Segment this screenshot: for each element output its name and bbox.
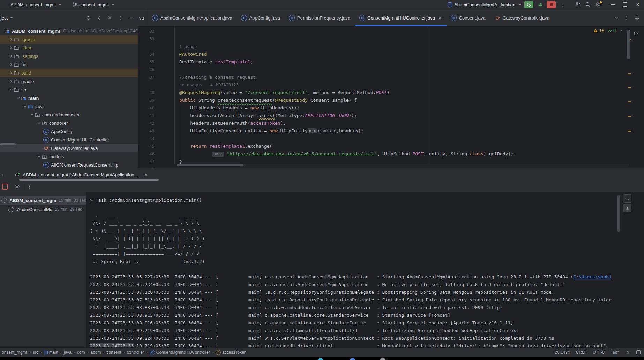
- breadcrumb-item[interactable]: src: [32, 350, 39, 355]
- gradle-task-row[interactable]: :AbdmConsentMg15 min, 29 sec: [0, 205, 86, 214]
- tree-row[interactable]: main: [0, 94, 138, 102]
- tab-list-chevron-button[interactable]: [613, 15, 619, 21]
- chevron-down-icon[interactable]: [36, 121, 42, 125]
- editor-horizontal-scrollbar-thumb[interactable]: [177, 164, 243, 166]
- chevron-down-icon[interactable]: [8, 87, 14, 92]
- breadcrumb-item[interactable]: CConsentMgmntHIUController: [149, 350, 211, 355]
- chevron-right-icon[interactable]: [8, 79, 14, 84]
- search-everywhere-button[interactable]: [583, 0, 593, 9]
- breadcrumb-item[interactable]: main: [43, 350, 59, 355]
- tree-row[interactable]: src: [0, 85, 138, 94]
- more-actions-button[interactable]: [557, 0, 567, 9]
- chevron-right-icon[interactable]: [8, 62, 14, 67]
- project-panel-title[interactable]: ject: [1, 15, 13, 21]
- rerun-button[interactable]: [524, 1, 533, 8]
- url-link[interactable]: "https://dev.abdm.gov.in/cm/v0.5/consent…: [227, 151, 377, 156]
- error-stripe-mark[interactable]: [628, 101, 631, 102]
- scroll-to-end-button[interactable]: [623, 204, 631, 212]
- breadcrumb-item[interactable]: onsent_mgmt: [1, 350, 28, 355]
- expand-collapse-button[interactable]: [96, 15, 102, 21]
- chevron-down-icon[interactable]: [22, 104, 28, 109]
- window-close-button[interactable]: ✕: [631, 0, 644, 9]
- run-tab[interactable]: ABDM_consent_mgmt [:AbdmConsentMgmtAppli…: [12, 172, 151, 177]
- tree-row[interactable]: CConsentMgmntHIUController: [0, 136, 138, 144]
- select-opened-file-button[interactable]: [85, 15, 91, 21]
- window-maximize-button[interactable]: [619, 0, 631, 9]
- tree-row[interactable]: com.abdm.consent: [0, 110, 138, 119]
- taskbar-app-icon[interactable]: [350, 358, 355, 360]
- debug-button[interactable]: [536, 1, 545, 8]
- tree-row[interactable]: ABDM_consent_mgmtC:\Users\shahi\OneDrive…: [0, 27, 138, 35]
- run-configuration-selector[interactable]: AbdmConsentMgmtA...lication: [445, 2, 523, 7]
- tree-row[interactable]: controller: [0, 119, 138, 127]
- chevron-right-icon[interactable]: [8, 37, 14, 42]
- close-icon[interactable]: ✕: [438, 15, 442, 21]
- hide-panel-button[interactable]: [129, 15, 134, 21]
- tree-row[interactable]: java: [0, 102, 138, 110]
- tab-options-button[interactable]: [624, 15, 629, 21]
- tree-row[interactable]: CAllOfConsentRequestConsentHip: [0, 161, 138, 168]
- window-minimize-button[interactable]: [606, 0, 619, 9]
- editor-tab[interactable]: CConsentMgmntHIUController.java✕: [355, 9, 447, 26]
- indent-style[interactable]: Tab*: [611, 350, 619, 355]
- taskbar-app-icon[interactable]: [380, 358, 386, 360]
- editor-tab[interactable]: CConsent.java: [447, 9, 490, 26]
- tree-row[interactable]: CAppConfig: [0, 127, 138, 136]
- chevron-down-icon[interactable]: [36, 154, 42, 159]
- log-file-link[interactable]: C:\Users\shahi: [573, 274, 612, 279]
- tree-row[interactable]: .idea: [0, 44, 138, 52]
- branch-selector[interactable]: consent_mgmt: [69, 0, 117, 9]
- layout-widget-icon[interactable]: [636, 350, 641, 354]
- notifications-bell-button[interactable]: [634, 15, 640, 21]
- chevron-right-icon[interactable]: [8, 54, 14, 59]
- error-stripe-mark[interactable]: [628, 116, 631, 117]
- file-encoding[interactable]: UTF-8: [593, 350, 605, 355]
- run-tabs-scrollbar-thumb[interactable]: [19, 179, 159, 181]
- taskbar-app-icon[interactable]: [317, 358, 323, 360]
- project-selector[interactable]: ABDM_consent_mgmt: [8, 0, 64, 9]
- editor-vertical-scrollbar-thumb[interactable]: [627, 30, 630, 59]
- run-panel-options-button[interactable]: [27, 184, 32, 189]
- project-tree-scrollbar-thumb[interactable]: [0, 143, 16, 145]
- tree-row[interactable]: models: [0, 152, 138, 161]
- run-console[interactable]: > Task :AbdmConsentMgmtApplication.main(…: [87, 192, 644, 347]
- editor-tab[interactable]: CAbdmConsentMgmtApplication.java: [148, 9, 237, 26]
- breadcrumb-item[interactable]: consent: [105, 350, 122, 355]
- chevron-right-icon[interactable]: [8, 70, 14, 75]
- tree-row[interactable]: .settings: [0, 52, 138, 60]
- close-icon[interactable]: ✕: [144, 172, 148, 177]
- tree-row[interactable]: .gradle: [0, 35, 138, 44]
- caret-position[interactable]: 20:1494: [555, 350, 570, 355]
- gradle-tool-window-icon[interactable]: [633, 30, 639, 36]
- editor-tab[interactable]: GatewayController.java: [490, 9, 554, 26]
- chevron-down-icon[interactable]: [29, 112, 35, 117]
- show-options-eye-button[interactable]: [14, 184, 20, 189]
- line-separator[interactable]: CRLF: [576, 350, 587, 355]
- console-scrollbar-thumb[interactable]: [617, 195, 620, 232]
- inspections-widget[interactable]: 18 6: [593, 28, 631, 33]
- error-stripe-mark[interactable]: [628, 131, 631, 132]
- code-with-me-button[interactable]: [572, 0, 583, 9]
- panel-options-button[interactable]: [118, 15, 123, 21]
- tree-row[interactable]: bin: [0, 60, 138, 69]
- stop-button[interactable]: [547, 1, 556, 8]
- editor-tab-clipped[interactable]: va: [138, 9, 148, 26]
- error-stripe-mark[interactable]: [628, 73, 631, 74]
- breadcrumb-item[interactable]: java: [63, 350, 73, 355]
- error-stripe-mark[interactable]: [628, 87, 631, 88]
- editor-tab[interactable]: CAppConfig.java: [237, 9, 285, 26]
- soft-wrap-button[interactable]: [623, 194, 631, 203]
- stop-process-button[interactable]: [2, 184, 8, 189]
- tree-row[interactable]: GatewayController.java: [0, 144, 138, 152]
- code-editor[interactable]: 3233343536373839404142434445464748 1 usa…: [138, 26, 644, 168]
- tree-row[interactable]: build: [0, 69, 138, 77]
- settings-button[interactable]: [593, 0, 604, 9]
- collapse-all-button[interactable]: [107, 15, 113, 21]
- gradle-task-row[interactable]: ABDM_consent_mgm15 min, 33 sec: [0, 196, 86, 205]
- breadcrumb-item[interactable]: faccessToken: [215, 350, 247, 355]
- read-only-lock-icon[interactable]: [625, 350, 630, 355]
- breadcrumb-item[interactable]: com: [76, 350, 86, 355]
- chevron-right-icon[interactable]: [8, 45, 14, 50]
- breadcrumb-item[interactable]: controller: [126, 350, 145, 355]
- chevron-down-icon[interactable]: [15, 95, 21, 100]
